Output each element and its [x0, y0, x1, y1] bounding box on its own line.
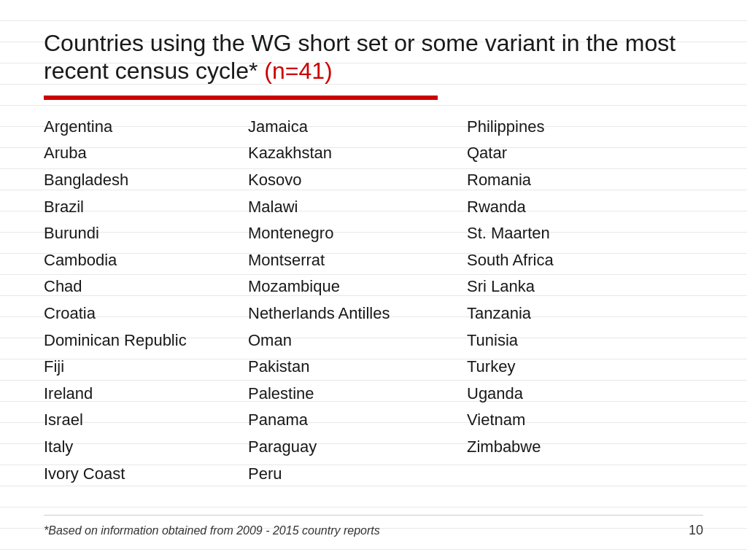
list-item: South Africa [467, 248, 671, 273]
country-column-3: PhilippinesQatarRomaniaRwandaSt. Maarten… [467, 114, 671, 508]
list-item: Zimbabwe [467, 435, 671, 460]
list-item: Qatar [467, 141, 671, 166]
list-item: Romania [467, 168, 671, 193]
list-item: Sri Lanka [467, 274, 671, 300]
list-item: Palestine [248, 381, 467, 407]
list-item: Kazakhstan [248, 141, 467, 166]
title-highlight: (n=41) [258, 58, 332, 84]
list-item: Uganda [467, 381, 671, 407]
list-item: Dominican Republic [44, 328, 248, 354]
title-main-text: Countries using the WG short set or some… [44, 30, 676, 84]
list-item: Burundi [44, 221, 248, 246]
list-item: Argentina [44, 114, 248, 140]
list-item: Ivory Coast [44, 462, 248, 487]
list-item: Montenegro [248, 221, 467, 246]
country-column-2: JamaicaKazakhstanKosovoMalawiMontenegroM… [248, 114, 467, 508]
title-asterisk: * [249, 58, 258, 84]
list-item: Israel [44, 408, 248, 433]
list-item: Turkey [467, 354, 671, 380]
list-item: Jamaica [248, 114, 467, 140]
list-item: Mozambique [248, 274, 467, 300]
list-item: Brazil [44, 195, 248, 220]
list-item: Montserrat [248, 248, 467, 273]
list-item: Malawi [248, 195, 467, 220]
list-item: Cambodia [44, 248, 248, 273]
list-item: Ireland [44, 381, 248, 407]
list-item: Fiji [44, 354, 248, 380]
page-number: 10 [689, 523, 703, 538]
list-item: Pakistan [248, 354, 467, 380]
slide-title: Countries using the WG short set or some… [44, 29, 703, 85]
list-item: Tanzania [467, 301, 671, 327]
red-divider-bar [44, 96, 438, 100]
list-item: Netherlands Antilles [248, 301, 467, 327]
list-item: Aruba [44, 141, 248, 166]
list-item: Tunisia [467, 328, 671, 354]
list-item: Paraguay [248, 435, 467, 460]
list-item: Oman [248, 328, 467, 354]
list-item: Vietnam [467, 408, 671, 433]
list-item: Kosovo [248, 168, 467, 193]
list-item: Italy [44, 435, 248, 460]
list-item: Philippines [467, 114, 671, 140]
list-item: Peru [248, 462, 467, 487]
countries-grid: ArgentinaArubaBangladeshBrazilBurundiCam… [44, 114, 703, 508]
list-item: Chad [44, 274, 248, 300]
list-item: Croatia [44, 301, 248, 327]
footer-note: *Based on information obtained from 2009… [44, 524, 380, 537]
country-column-1: ArgentinaArubaBangladeshBrazilBurundiCam… [44, 114, 248, 508]
slide-footer: *Based on information obtained from 2009… [44, 515, 703, 538]
list-item: Rwanda [467, 195, 671, 220]
list-item: Panama [248, 408, 467, 433]
list-item: Bangladesh [44, 168, 248, 193]
list-item: St. Maarten [467, 221, 671, 246]
